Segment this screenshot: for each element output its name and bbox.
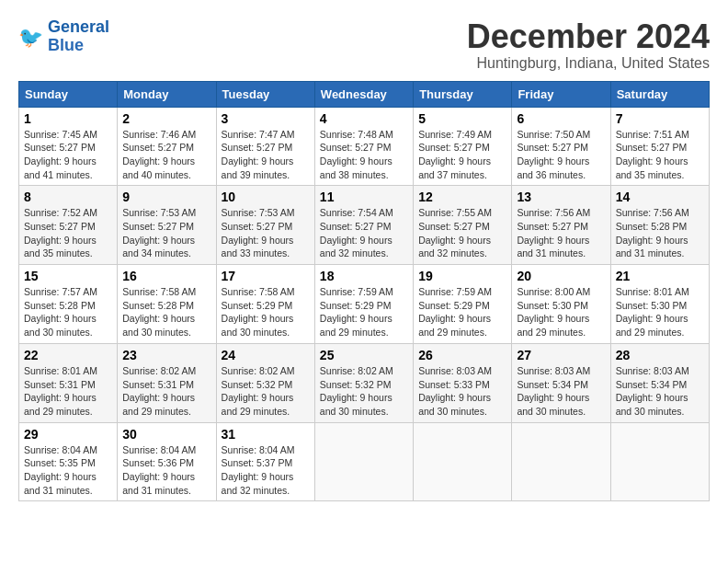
day-number: 12 xyxy=(418,190,506,204)
day-detail: Sunrise: 8:03 AM Sunset: 5:34 PM Dayligh… xyxy=(616,365,689,417)
calendar-day-cell: 19Sunrise: 7:59 AM Sunset: 5:29 PM Dayli… xyxy=(414,265,512,344)
day-detail: Sunrise: 7:57 AM Sunset: 5:28 PM Dayligh… xyxy=(24,286,97,338)
calendar-day-cell: 15Sunrise: 7:57 AM Sunset: 5:28 PM Dayli… xyxy=(19,265,118,344)
svg-text:🐦: 🐦 xyxy=(18,25,44,50)
day-detail: Sunrise: 7:59 AM Sunset: 5:29 PM Dayligh… xyxy=(418,286,492,338)
day-number: 14 xyxy=(616,190,704,204)
calendar-day-cell: 9Sunrise: 7:53 AM Sunset: 5:27 PM Daylig… xyxy=(118,186,216,265)
day-detail: Sunrise: 7:48 AM Sunset: 5:27 PM Dayligh… xyxy=(320,129,393,180)
calendar-day-cell: 10Sunrise: 7:53 AM Sunset: 5:27 PM Dayli… xyxy=(216,186,314,265)
calendar-day-cell: 2Sunrise: 7:46 AM Sunset: 5:27 PM Daylig… xyxy=(118,107,216,186)
day-number: 21 xyxy=(616,269,704,283)
calendar-week-row: 15Sunrise: 7:57 AM Sunset: 5:28 PM Dayli… xyxy=(19,265,710,344)
day-detail: Sunrise: 7:58 AM Sunset: 5:29 PM Dayligh… xyxy=(222,286,295,338)
day-number: 25 xyxy=(320,348,408,362)
day-number: 24 xyxy=(222,348,310,362)
calendar-day-cell: 5Sunrise: 7:49 AM Sunset: 5:27 PM Daylig… xyxy=(414,107,512,186)
day-number: 13 xyxy=(517,190,605,204)
calendar-day-cell: 30Sunrise: 8:04 AM Sunset: 5:36 PM Dayli… xyxy=(118,422,216,501)
calendar-week-row: 22Sunrise: 8:01 AM Sunset: 5:31 PM Dayli… xyxy=(19,343,710,422)
logo-text: General Blue xyxy=(48,18,109,55)
day-number: 18 xyxy=(320,269,408,283)
day-detail: Sunrise: 8:04 AM Sunset: 5:36 PM Dayligh… xyxy=(122,444,196,496)
day-detail: Sunrise: 7:49 AM Sunset: 5:27 PM Dayligh… xyxy=(418,129,492,180)
logo: 🐦 General Blue xyxy=(18,18,109,55)
day-number: 7 xyxy=(616,111,704,126)
day-number: 3 xyxy=(222,111,310,126)
calendar-header-cell: Tuesday xyxy=(216,81,314,107)
calendar-day-cell: 25Sunrise: 8:02 AM Sunset: 5:32 PM Dayli… xyxy=(314,343,413,422)
day-detail: Sunrise: 8:04 AM Sunset: 5:35 PM Dayligh… xyxy=(24,444,97,496)
calendar-day-cell: 11Sunrise: 7:54 AM Sunset: 5:27 PM Dayli… xyxy=(314,186,413,265)
calendar-day-cell: 18Sunrise: 7:59 AM Sunset: 5:29 PM Dayli… xyxy=(314,265,413,344)
day-number: 26 xyxy=(418,348,506,362)
calendar-day-cell: 24Sunrise: 8:02 AM Sunset: 5:32 PM Dayli… xyxy=(216,343,314,422)
day-number: 30 xyxy=(122,427,210,442)
calendar-header-row: SundayMondayTuesdayWednesdayThursdayFrid… xyxy=(19,81,710,107)
calendar-subtitle: Huntingburg, Indiana, United States xyxy=(467,55,710,72)
calendar-day-cell: 1Sunrise: 7:45 AM Sunset: 5:27 PM Daylig… xyxy=(19,107,118,186)
day-detail: Sunrise: 8:02 AM Sunset: 5:31 PM Dayligh… xyxy=(122,365,196,417)
calendar-week-row: 29Sunrise: 8:04 AM Sunset: 5:35 PM Dayli… xyxy=(19,422,710,501)
day-number: 10 xyxy=(222,190,310,204)
calendar-day-cell: 7Sunrise: 7:51 AM Sunset: 5:27 PM Daylig… xyxy=(610,107,709,186)
calendar-day-cell: 3Sunrise: 7:47 AM Sunset: 5:27 PM Daylig… xyxy=(216,107,314,186)
day-number: 16 xyxy=(122,269,210,283)
day-number: 29 xyxy=(24,427,112,442)
calendar-day-cell: 29Sunrise: 8:04 AM Sunset: 5:35 PM Dayli… xyxy=(19,422,118,501)
calendar-header-cell: Monday xyxy=(118,81,216,107)
day-detail: Sunrise: 7:45 AM Sunset: 5:27 PM Dayligh… xyxy=(24,129,97,180)
day-number: 28 xyxy=(616,348,704,362)
calendar-day-cell: 27Sunrise: 8:03 AM Sunset: 5:34 PM Dayli… xyxy=(512,343,610,422)
day-detail: Sunrise: 7:53 AM Sunset: 5:27 PM Dayligh… xyxy=(222,207,295,259)
calendar-header-cell: Wednesday xyxy=(314,81,413,107)
day-detail: Sunrise: 8:03 AM Sunset: 5:33 PM Dayligh… xyxy=(418,365,492,417)
title-block: December 2024 Huntingburg, Indiana, Unit… xyxy=(467,18,710,72)
day-detail: Sunrise: 7:51 AM Sunset: 5:27 PM Dayligh… xyxy=(616,129,689,180)
day-detail: Sunrise: 7:59 AM Sunset: 5:29 PM Dayligh… xyxy=(320,286,393,338)
day-number: 27 xyxy=(517,348,605,362)
day-number: 17 xyxy=(222,269,310,283)
day-detail: Sunrise: 7:55 AM Sunset: 5:27 PM Dayligh… xyxy=(418,207,492,259)
day-detail: Sunrise: 7:47 AM Sunset: 5:27 PM Dayligh… xyxy=(222,129,295,180)
calendar-day-cell: 6Sunrise: 7:50 AM Sunset: 5:27 PM Daylig… xyxy=(512,107,610,186)
day-detail: Sunrise: 8:01 AM Sunset: 5:30 PM Dayligh… xyxy=(616,286,689,338)
calendar-title: December 2024 xyxy=(467,18,710,55)
day-detail: Sunrise: 7:53 AM Sunset: 5:27 PM Dayligh… xyxy=(122,207,196,259)
day-number: 20 xyxy=(517,269,605,283)
day-number: 8 xyxy=(24,190,112,204)
day-detail: Sunrise: 8:03 AM Sunset: 5:34 PM Dayligh… xyxy=(517,365,590,417)
day-number: 6 xyxy=(517,111,605,126)
calendar-day-cell xyxy=(314,422,413,501)
calendar-day-cell: 26Sunrise: 8:03 AM Sunset: 5:33 PM Dayli… xyxy=(414,343,512,422)
calendar-day-cell: 8Sunrise: 7:52 AM Sunset: 5:27 PM Daylig… xyxy=(19,186,118,265)
day-number: 31 xyxy=(222,427,310,442)
day-detail: Sunrise: 8:04 AM Sunset: 5:37 PM Dayligh… xyxy=(222,444,295,496)
calendar-header-cell: Sunday xyxy=(19,81,118,107)
day-detail: Sunrise: 7:46 AM Sunset: 5:27 PM Dayligh… xyxy=(122,129,196,180)
day-detail: Sunrise: 7:56 AM Sunset: 5:28 PM Dayligh… xyxy=(616,207,689,259)
calendar-day-cell: 20Sunrise: 8:00 AM Sunset: 5:30 PM Dayli… xyxy=(512,265,610,344)
calendar-day-cell: 22Sunrise: 8:01 AM Sunset: 5:31 PM Dayli… xyxy=(19,343,118,422)
day-number: 1 xyxy=(24,111,112,126)
day-number: 23 xyxy=(122,348,210,362)
day-number: 15 xyxy=(24,269,112,283)
day-detail: Sunrise: 7:52 AM Sunset: 5:27 PM Dayligh… xyxy=(24,207,97,259)
calendar-table: SundayMondayTuesdayWednesdayThursdayFrid… xyxy=(18,81,710,502)
day-detail: Sunrise: 8:01 AM Sunset: 5:31 PM Dayligh… xyxy=(24,365,97,417)
calendar-day-cell: 16Sunrise: 7:58 AM Sunset: 5:28 PM Dayli… xyxy=(118,265,216,344)
day-detail: Sunrise: 7:50 AM Sunset: 5:27 PM Dayligh… xyxy=(517,129,590,180)
day-detail: Sunrise: 8:02 AM Sunset: 5:32 PM Dayligh… xyxy=(320,365,393,417)
calendar-day-cell xyxy=(414,422,512,501)
logo-bird-icon: 🐦 xyxy=(18,24,44,50)
day-number: 2 xyxy=(122,111,210,126)
day-detail: Sunrise: 7:54 AM Sunset: 5:27 PM Dayligh… xyxy=(320,207,393,259)
day-number: 9 xyxy=(122,190,210,204)
calendar-header-cell: Thursday xyxy=(414,81,512,107)
calendar-day-cell: 17Sunrise: 7:58 AM Sunset: 5:29 PM Dayli… xyxy=(216,265,314,344)
calendar-day-cell: 13Sunrise: 7:56 AM Sunset: 5:27 PM Dayli… xyxy=(512,186,610,265)
day-number: 22 xyxy=(24,348,112,362)
day-number: 11 xyxy=(320,190,408,204)
day-detail: Sunrise: 8:02 AM Sunset: 5:32 PM Dayligh… xyxy=(222,365,295,417)
calendar-day-cell: 21Sunrise: 8:01 AM Sunset: 5:30 PM Dayli… xyxy=(610,265,709,344)
